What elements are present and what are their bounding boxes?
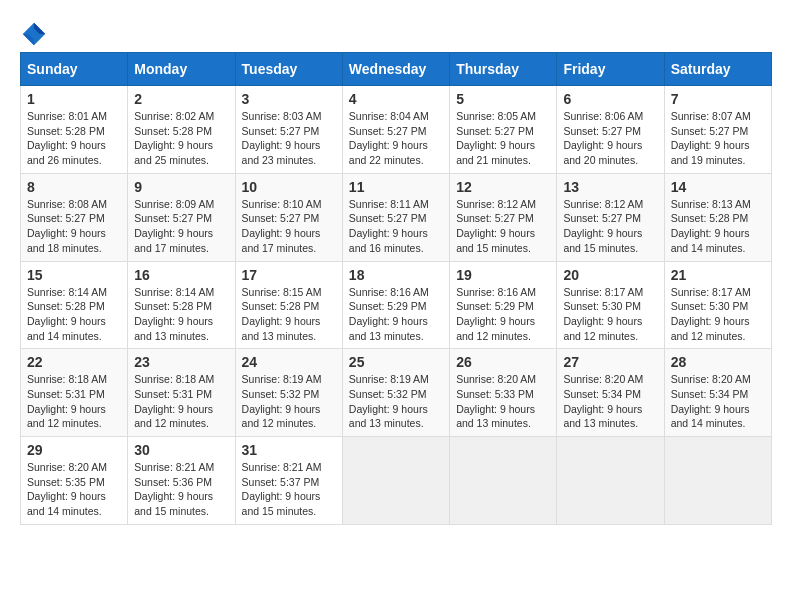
day-number: 23: [134, 354, 228, 370]
day-info: Sunrise: 8:18 AM Sunset: 5:31 PM Dayligh…: [27, 372, 121, 431]
table-row: 25 Sunrise: 8:19 AM Sunset: 5:32 PM Dayl…: [342, 349, 449, 437]
day-number: 27: [563, 354, 657, 370]
day-number: 13: [563, 179, 657, 195]
sunrise-text: Sunrise: 8:14 AM: [27, 285, 121, 300]
table-row: 3 Sunrise: 8:03 AM Sunset: 5:27 PM Dayli…: [235, 86, 342, 174]
sunset-text: Sunset: 5:27 PM: [242, 211, 336, 226]
table-row: 9 Sunrise: 8:09 AM Sunset: 5:27 PM Dayli…: [128, 173, 235, 261]
column-header-wednesday: Wednesday: [342, 53, 449, 86]
day-info: Sunrise: 8:05 AM Sunset: 5:27 PM Dayligh…: [456, 109, 550, 168]
day-info: Sunrise: 8:12 AM Sunset: 5:27 PM Dayligh…: [563, 197, 657, 256]
sunset-text: Sunset: 5:28 PM: [134, 124, 228, 139]
column-header-friday: Friday: [557, 53, 664, 86]
sunrise-text: Sunrise: 8:16 AM: [456, 285, 550, 300]
daylight-text: Daylight: 9 hours and 13 minutes.: [134, 314, 228, 343]
sunrise-text: Sunrise: 8:11 AM: [349, 197, 443, 212]
daylight-text: Daylight: 9 hours and 15 minutes.: [134, 489, 228, 518]
sunrise-text: Sunrise: 8:06 AM: [563, 109, 657, 124]
calendar-week-4: 22 Sunrise: 8:18 AM Sunset: 5:31 PM Dayl…: [21, 349, 772, 437]
daylight-text: Daylight: 9 hours and 13 minutes.: [242, 314, 336, 343]
table-row: 2 Sunrise: 8:02 AM Sunset: 5:28 PM Dayli…: [128, 86, 235, 174]
calendar-week-3: 15 Sunrise: 8:14 AM Sunset: 5:28 PM Dayl…: [21, 261, 772, 349]
sunset-text: Sunset: 5:36 PM: [134, 475, 228, 490]
day-info: Sunrise: 8:21 AM Sunset: 5:37 PM Dayligh…: [242, 460, 336, 519]
daylight-text: Daylight: 9 hours and 13 minutes.: [349, 402, 443, 431]
day-info: Sunrise: 8:18 AM Sunset: 5:31 PM Dayligh…: [134, 372, 228, 431]
calendar-week-5: 29 Sunrise: 8:20 AM Sunset: 5:35 PM Dayl…: [21, 437, 772, 525]
sunrise-text: Sunrise: 8:12 AM: [456, 197, 550, 212]
table-row: 10 Sunrise: 8:10 AM Sunset: 5:27 PM Dayl…: [235, 173, 342, 261]
sunrise-text: Sunrise: 8:12 AM: [563, 197, 657, 212]
daylight-text: Daylight: 9 hours and 17 minutes.: [242, 226, 336, 255]
sunset-text: Sunset: 5:27 PM: [563, 211, 657, 226]
day-info: Sunrise: 8:17 AM Sunset: 5:30 PM Dayligh…: [671, 285, 765, 344]
table-row: [664, 437, 771, 525]
day-info: Sunrise: 8:01 AM Sunset: 5:28 PM Dayligh…: [27, 109, 121, 168]
day-number: 20: [563, 267, 657, 283]
sunrise-text: Sunrise: 8:17 AM: [671, 285, 765, 300]
day-info: Sunrise: 8:02 AM Sunset: 5:28 PM Dayligh…: [134, 109, 228, 168]
table-row: 23 Sunrise: 8:18 AM Sunset: 5:31 PM Dayl…: [128, 349, 235, 437]
sunset-text: Sunset: 5:37 PM: [242, 475, 336, 490]
daylight-text: Daylight: 9 hours and 22 minutes.: [349, 138, 443, 167]
logo-icon: [20, 20, 48, 48]
sunrise-text: Sunrise: 8:19 AM: [349, 372, 443, 387]
day-info: Sunrise: 8:20 AM Sunset: 5:34 PM Dayligh…: [671, 372, 765, 431]
sunrise-text: Sunrise: 8:13 AM: [671, 197, 765, 212]
day-number: 8: [27, 179, 121, 195]
sunrise-text: Sunrise: 8:01 AM: [27, 109, 121, 124]
table-row: 30 Sunrise: 8:21 AM Sunset: 5:36 PM Dayl…: [128, 437, 235, 525]
day-number: 11: [349, 179, 443, 195]
table-row: 15 Sunrise: 8:14 AM Sunset: 5:28 PM Dayl…: [21, 261, 128, 349]
table-row: 19 Sunrise: 8:16 AM Sunset: 5:29 PM Dayl…: [450, 261, 557, 349]
table-row: 31 Sunrise: 8:21 AM Sunset: 5:37 PM Dayl…: [235, 437, 342, 525]
sunset-text: Sunset: 5:32 PM: [349, 387, 443, 402]
day-number: 5: [456, 91, 550, 107]
day-number: 17: [242, 267, 336, 283]
sunset-text: Sunset: 5:32 PM: [242, 387, 336, 402]
table-row: 22 Sunrise: 8:18 AM Sunset: 5:31 PM Dayl…: [21, 349, 128, 437]
column-header-saturday: Saturday: [664, 53, 771, 86]
column-header-sunday: Sunday: [21, 53, 128, 86]
sunrise-text: Sunrise: 8:21 AM: [242, 460, 336, 475]
day-number: 7: [671, 91, 765, 107]
day-info: Sunrise: 8:14 AM Sunset: 5:28 PM Dayligh…: [134, 285, 228, 344]
header: [20, 20, 772, 48]
day-info: Sunrise: 8:06 AM Sunset: 5:27 PM Dayligh…: [563, 109, 657, 168]
daylight-text: Daylight: 9 hours and 12 minutes.: [671, 314, 765, 343]
page-container: SundayMondayTuesdayWednesdayThursdayFrid…: [20, 20, 772, 525]
day-number: 15: [27, 267, 121, 283]
column-header-monday: Monday: [128, 53, 235, 86]
table-row: 28 Sunrise: 8:20 AM Sunset: 5:34 PM Dayl…: [664, 349, 771, 437]
calendar-week-1: 1 Sunrise: 8:01 AM Sunset: 5:28 PM Dayli…: [21, 86, 772, 174]
day-number: 30: [134, 442, 228, 458]
sunset-text: Sunset: 5:35 PM: [27, 475, 121, 490]
day-info: Sunrise: 8:14 AM Sunset: 5:28 PM Dayligh…: [27, 285, 121, 344]
sunrise-text: Sunrise: 8:03 AM: [242, 109, 336, 124]
table-row: [557, 437, 664, 525]
table-row: [450, 437, 557, 525]
table-row: 26 Sunrise: 8:20 AM Sunset: 5:33 PM Dayl…: [450, 349, 557, 437]
day-info: Sunrise: 8:17 AM Sunset: 5:30 PM Dayligh…: [563, 285, 657, 344]
sunset-text: Sunset: 5:28 PM: [134, 299, 228, 314]
sunrise-text: Sunrise: 8:17 AM: [563, 285, 657, 300]
daylight-text: Daylight: 9 hours and 13 minutes.: [563, 402, 657, 431]
sunrise-text: Sunrise: 8:21 AM: [134, 460, 228, 475]
table-row: 17 Sunrise: 8:15 AM Sunset: 5:28 PM Dayl…: [235, 261, 342, 349]
sunrise-text: Sunrise: 8:15 AM: [242, 285, 336, 300]
daylight-text: Daylight: 9 hours and 12 minutes.: [242, 402, 336, 431]
sunrise-text: Sunrise: 8:02 AM: [134, 109, 228, 124]
day-number: 4: [349, 91, 443, 107]
sunrise-text: Sunrise: 8:18 AM: [134, 372, 228, 387]
daylight-text: Daylight: 9 hours and 12 minutes.: [27, 402, 121, 431]
daylight-text: Daylight: 9 hours and 19 minutes.: [671, 138, 765, 167]
day-info: Sunrise: 8:13 AM Sunset: 5:28 PM Dayligh…: [671, 197, 765, 256]
day-info: Sunrise: 8:03 AM Sunset: 5:27 PM Dayligh…: [242, 109, 336, 168]
table-row: 12 Sunrise: 8:12 AM Sunset: 5:27 PM Dayl…: [450, 173, 557, 261]
daylight-text: Daylight: 9 hours and 15 minutes.: [456, 226, 550, 255]
daylight-text: Daylight: 9 hours and 12 minutes.: [563, 314, 657, 343]
sunrise-text: Sunrise: 8:07 AM: [671, 109, 765, 124]
sunset-text: Sunset: 5:27 PM: [242, 124, 336, 139]
sunset-text: Sunset: 5:27 PM: [27, 211, 121, 226]
day-info: Sunrise: 8:20 AM Sunset: 5:35 PM Dayligh…: [27, 460, 121, 519]
